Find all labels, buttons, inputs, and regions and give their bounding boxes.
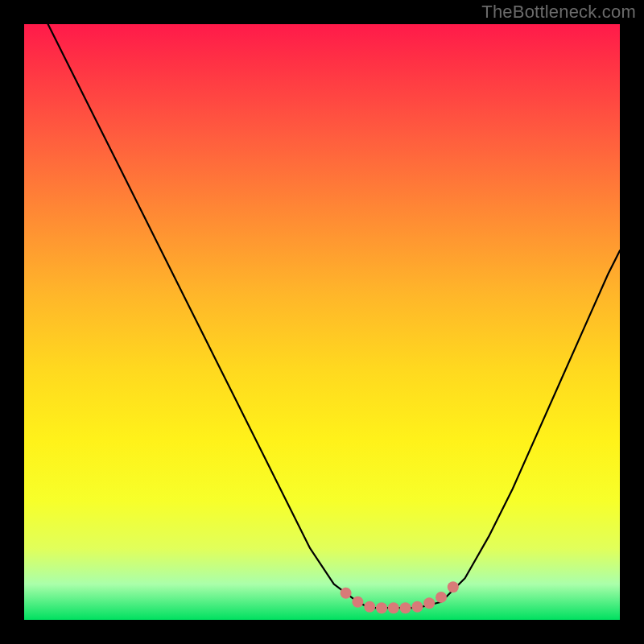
bottleneck-curve bbox=[24, 24, 620, 608]
watermark-text: TheBottleneck.com bbox=[481, 2, 636, 23]
highlight-marker bbox=[448, 581, 459, 592]
highlight-marker bbox=[436, 592, 447, 603]
chart-frame: TheBottleneck.com bbox=[0, 0, 644, 644]
highlight-marker bbox=[364, 601, 375, 613]
highlight-marker bbox=[400, 602, 411, 613]
highlight-marker bbox=[411, 601, 423, 613]
highlight-marker bbox=[388, 602, 399, 613]
plot-area bbox=[24, 24, 620, 620]
curve-layer bbox=[24, 24, 620, 620]
highlight-marker bbox=[341, 588, 352, 599]
highlight-marker bbox=[376, 602, 387, 613]
highlight-marker bbox=[352, 597, 363, 608]
highlight-marker bbox=[423, 597, 435, 609]
